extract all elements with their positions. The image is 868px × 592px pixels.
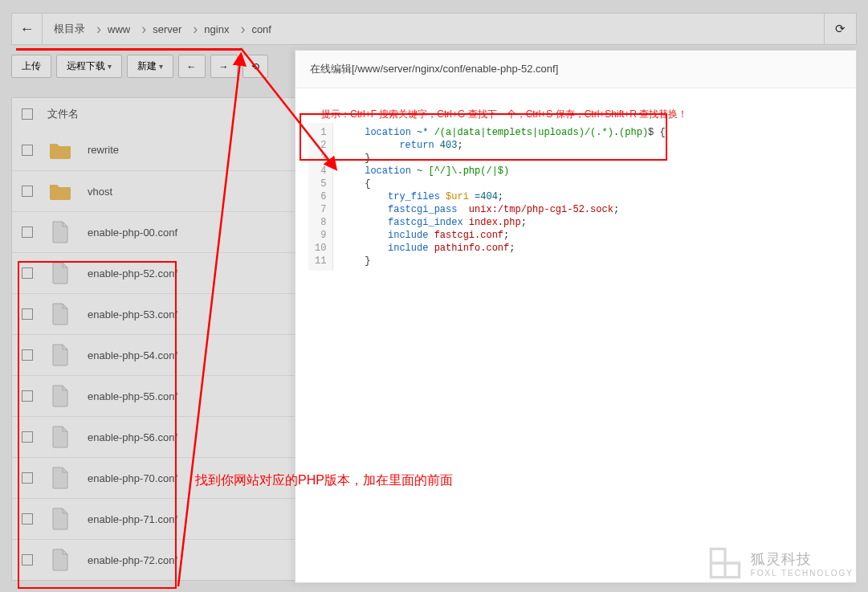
file-name-label: enable-php-54.conf [88,349,177,361]
path-back-button[interactable]: ← [12,14,43,44]
file-icon [47,424,73,450]
file-name-label: enable-php-70.conf [88,472,177,484]
breadcrumb-item[interactable]: server [141,14,193,44]
history-fwd-button[interactable]: → [210,55,238,78]
editor-title: 在线编辑[/www/server/nginx/conf/enable-php-5… [295,51,856,88]
row-checkbox[interactable] [22,267,33,279]
row-checkbox[interactable] [22,349,33,361]
file-name-label: enable-php-56.conf [88,431,177,443]
breadcrumb-item[interactable]: nginx [193,14,240,44]
file-name-label: enable-php-72.conf [88,554,177,566]
file-name-label: enable-php-00.conf [88,227,177,239]
file-icon [47,465,73,491]
file-icon [47,260,73,286]
folder-icon [47,137,73,163]
column-header-name: 文件名 [47,107,79,121]
row-checkbox[interactable] [22,431,33,443]
file-icon [47,547,73,573]
file-name-label: vhost [88,186,112,198]
breadcrumb-bar: ← 根目录wwwservernginxconf ⟳ [11,13,857,45]
row-checkbox[interactable] [22,308,33,320]
row-checkbox[interactable] [22,227,33,238]
editor-hint: 提示：Ctrl+F 搜索关键字，Ctrl+G 查找下一个，Ctrl+S 保存，C… [308,104,843,123]
code-editor[interactable]: 1234567891011 location ~* /(a|data|templ… [308,123,843,271]
refresh-button[interactable]: ⟲ [242,55,268,78]
row-checkbox[interactable] [22,145,33,156]
folder-icon [47,178,73,204]
select-all-checkbox[interactable] [22,108,33,120]
upload-button[interactable]: 上传 [11,55,51,78]
file-icon [47,342,73,368]
path-refresh-button[interactable]: ⟳ [824,14,856,44]
file-name-label: enable-php-71.conf [88,513,177,525]
file-name-label: enable-php-55.conf [88,390,177,402]
row-checkbox[interactable] [22,472,33,484]
file-name-label: enable-php-53.conf [88,308,177,320]
breadcrumb-item[interactable]: 根目录 [43,14,96,44]
editor-panel: 在线编辑[/www/server/nginx/conf/enable-php-5… [295,50,857,583]
new-button[interactable]: 新建 [127,55,173,78]
row-checkbox[interactable] [22,554,33,565]
row-checkbox[interactable] [22,186,33,197]
history-back-button[interactable]: ← [178,55,206,78]
remote-download-button[interactable]: 远程下载 [56,55,122,78]
row-checkbox[interactable] [22,390,33,402]
file-icon [47,383,73,409]
file-icon [47,301,73,327]
row-checkbox[interactable] [22,513,33,525]
file-icon [47,506,73,532]
file-icon [47,219,73,245]
file-name-label: enable-php-52.conf [88,267,177,280]
breadcrumb-item[interactable]: conf [240,14,283,44]
file-name-label: rewrite [88,144,119,156]
breadcrumb-item[interactable]: www [96,14,141,44]
